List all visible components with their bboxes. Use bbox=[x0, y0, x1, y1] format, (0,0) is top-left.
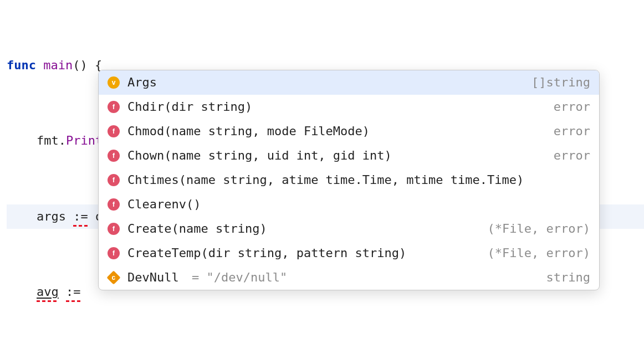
completion-label: Create(name string) bbox=[127, 221, 488, 238]
completion-type: error bbox=[554, 99, 590, 116]
completion-label: Chmod(name string, mode FileMode) bbox=[127, 123, 554, 140]
fn-icon: f bbox=[108, 101, 120, 113]
completion-type: error bbox=[554, 147, 590, 165]
completion-label: Chdir(dir string) bbox=[127, 99, 554, 116]
fn-icon: f bbox=[108, 247, 120, 259]
fn-icon: f bbox=[108, 223, 120, 235]
completion-label: Chown(name string, uid int, gid int) bbox=[127, 147, 554, 165]
completion-type: (*File, error) bbox=[488, 221, 590, 238]
completion-item[interactable]: vArgs[]string bbox=[99, 70, 599, 95]
completion-item[interactable]: fChtimes(name string, atime time.Time, m… bbox=[99, 168, 599, 192]
completion-item[interactable]: fChmod(name string, mode FileMode)error bbox=[99, 119, 599, 144]
completion-label: Clearenv() bbox=[127, 196, 590, 213]
var-icon: v bbox=[108, 76, 120, 89]
fn-icon: f bbox=[108, 125, 120, 137]
operator: := bbox=[73, 208, 88, 226]
completion-type: []string bbox=[531, 74, 590, 91]
var-name: avg bbox=[37, 284, 59, 301]
completion-type: error bbox=[554, 123, 590, 140]
fn-icon: f bbox=[108, 198, 120, 211]
keyword-func: func bbox=[7, 57, 36, 74]
completion-item[interactable]: fChown(name string, uid int, gid int)err… bbox=[99, 144, 599, 168]
fn-icon: f bbox=[108, 150, 120, 162]
operator: := bbox=[66, 284, 81, 301]
completion-item[interactable]: fChdir(dir string)error bbox=[99, 95, 599, 119]
completion-item[interactable]: cDevNull = "/dev/null"string bbox=[99, 265, 599, 290]
completion-item[interactable]: fClearenv() bbox=[99, 192, 599, 217]
var-name: args bbox=[37, 208, 66, 226]
completion-label: Args bbox=[127, 74, 531, 91]
completion-label: DevNull = "/dev/null" bbox=[127, 269, 546, 286]
pkg-ref: fmt bbox=[37, 132, 59, 150]
completion-label: Chtimes(name string, atime time.Time, mt… bbox=[127, 172, 590, 189]
completion-popup[interactable]: vArgs[]stringfChdir(dir string)errorfChm… bbox=[98, 70, 600, 290]
code-text: () { bbox=[73, 57, 102, 74]
const-icon: c bbox=[106, 270, 120, 284]
completion-type: (*File, error) bbox=[488, 245, 590, 262]
completion-item[interactable]: fCreateTemp(dir string, pattern string)(… bbox=[99, 241, 599, 265]
completion-extra: = "/dev/null" bbox=[185, 270, 287, 284]
func-name: main bbox=[43, 57, 73, 74]
completion-type: string bbox=[546, 269, 590, 286]
completion-label: CreateTemp(dir string, pattern string) bbox=[127, 245, 488, 262]
completion-item[interactable]: fCreate(name string)(*File, error) bbox=[99, 217, 599, 241]
fn-icon: f bbox=[108, 174, 120, 186]
